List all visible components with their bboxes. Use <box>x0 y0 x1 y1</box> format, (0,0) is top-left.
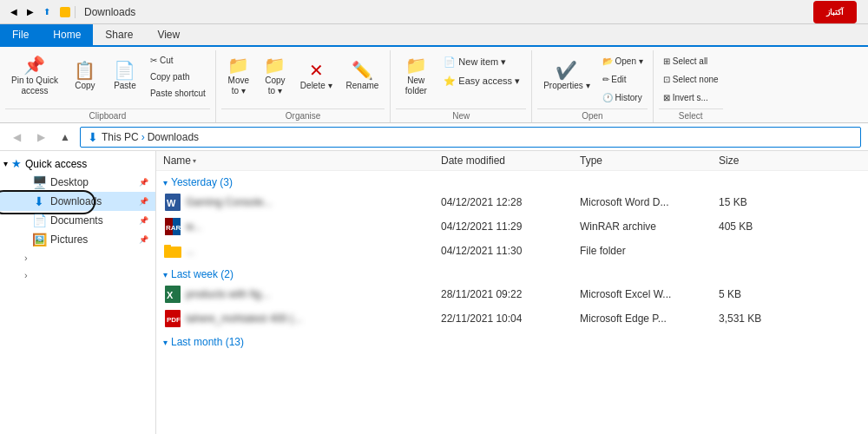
properties-icon: ✔️ <box>556 62 577 79</box>
copy-button[interactable]: 📋 Copy <box>66 50 104 102</box>
quick-access-heading[interactable]: ▾ ★ Quick access <box>0 155 155 173</box>
new-folder-icon: 📁 <box>405 56 427 74</box>
easy-access-button[interactable]: ⭐ Easy access ▾ <box>437 73 526 89</box>
paste-shortcut-button[interactable]: Paste shortcut <box>146 85 210 101</box>
file-type-1: Microsoft Word D... <box>580 196 719 208</box>
edit-button[interactable]: ✏ Edit <box>598 72 648 87</box>
svg-rect-6 <box>164 245 171 248</box>
tab-file[interactable]: File <box>0 24 41 45</box>
copy-to-button[interactable]: 📁 Copyto ▾ <box>258 50 293 102</box>
col-date-header[interactable]: Date modified <box>441 155 580 167</box>
pictures-label: Pictures <box>50 233 88 246</box>
sidebar-extra-pins2: › <box>0 266 155 284</box>
sidebar-item-documents[interactable]: 📄 Documents 📌 <box>0 211 155 230</box>
file-row-2[interactable]: RAR w... 04/12/2021 11:29 WinRAR archive… <box>156 214 868 239</box>
delete-button[interactable]: ✕ Delete ▾ <box>294 50 339 102</box>
new-col: 📄 New item ▾ ⭐ Easy access ▾ <box>437 50 526 102</box>
svg-text:PDF: PDF <box>167 316 181 324</box>
tab-view[interactable]: View <box>145 24 192 45</box>
file-row-5[interactable]: PDF tahere_mohtatest 400 (... 22/11/2021… <box>156 306 868 331</box>
rename-icon: ✏️ <box>352 62 373 79</box>
sidebar-item-desktop[interactable]: 🖥️ Desktop 📌 <box>0 173 155 192</box>
title-bar-icons: ◀ ▶ ⬆ <box>7 5 77 19</box>
clipboard-group: 📌 Pin to Quickaccess 📋 Copy 📄 Paste ✂ Cu… <box>0 50 216 122</box>
new-folder-button[interactable]: 📁 Newfolder <box>396 50 436 102</box>
forward-arrow-icon[interactable]: ▶ <box>23 5 37 19</box>
address-path[interactable]: ⬇ This PC › Downloads <box>80 127 861 148</box>
select-none-icon: ⊡ <box>663 75 670 84</box>
tab-home[interactable]: Home <box>41 24 93 45</box>
file-name-5: tahere_mohtatest 400 (... <box>186 312 441 325</box>
invert-selection-button[interactable]: ⊠ Invert s... <box>659 90 723 105</box>
file-size-1: 15 KB <box>719 196 861 208</box>
col-date-label: Date modified <box>441 155 505 167</box>
documents-label: Documents <box>50 214 103 227</box>
lastmonth-arrow: ▾ <box>163 338 168 347</box>
group-lastmonth[interactable]: ▾ Last month (13) <box>156 331 868 350</box>
pictures-pin: 📌 <box>139 235 148 244</box>
col-name-header[interactable]: Name ▾ <box>163 155 441 167</box>
move-to-button[interactable]: 📁 Moveto ▾ <box>221 50 256 102</box>
back-arrow-icon[interactable]: ◀ <box>7 5 21 19</box>
new-item-button[interactable]: 📄 New item ▾ <box>437 54 526 69</box>
file-row-3[interactable]: ... 04/12/2021 11:30 File folder <box>156 239 868 263</box>
col-type-header[interactable]: Type <box>580 155 719 167</box>
file-type-3: File folder <box>580 245 719 257</box>
file-list: Name ▾ Date modified Type Size ▾ Yesterd… <box>156 151 868 434</box>
invert-selection-icon: ⊠ <box>663 93 670 102</box>
delete-icon: ✕ <box>309 62 324 79</box>
lastweek-label: Last week (2) <box>171 268 233 280</box>
file-date-2: 04/12/2021 11:29 <box>441 220 580 233</box>
new-item-icon: 📄 <box>444 56 456 68</box>
paste-shortcut-label: Paste shortcut <box>150 89 206 98</box>
svg-text:W: W <box>167 198 176 208</box>
pin-to-quick-access-button[interactable]: 📌 Pin to Quickaccess <box>5 50 64 102</box>
rename-button[interactable]: ✏️ Rename <box>340 50 385 102</box>
select-content: ⊞ Select all ⊡ Select none ⊠ Invert s... <box>659 50 723 108</box>
group-lastweek[interactable]: ▾ Last week (2) <box>156 263 868 282</box>
documents-pin: 📌 <box>139 216 148 225</box>
tab-share[interactable]: Share <box>93 24 145 45</box>
sidebar-item-downloads[interactable]: ⬇ Downloads 📌 <box>0 192 155 211</box>
group-yesterday[interactable]: ▾ Yesterday (3) <box>156 171 868 190</box>
sidebar-item-pictures[interactable]: 🖼️ Pictures 📌 <box>0 230 155 249</box>
path-separator: › <box>141 131 145 143</box>
yesterday-arrow: ▾ <box>163 178 168 187</box>
back-button[interactable]: ◀ <box>7 128 26 147</box>
forward-button[interactable]: ▶ <box>31 128 50 147</box>
address-bar: ◀ ▶ ▲ ⬇ This PC › Downloads <box>0 123 868 151</box>
cut-label: Cut <box>160 56 174 65</box>
select-all-button[interactable]: ⊞ Select all <box>659 54 723 69</box>
file-type-5: Microsoft Edge P... <box>580 312 719 325</box>
documents-icon: 📄 <box>31 214 47 227</box>
select-none-button[interactable]: ⊡ Select none <box>659 72 723 87</box>
file-size-4: 5 KB <box>719 288 861 300</box>
path-thispc[interactable]: This PC <box>102 131 139 143</box>
arrow-right-1: › <box>24 253 28 263</box>
file-row-4[interactable]: X products with fig... 28/11/2021 09:22 … <box>156 282 868 306</box>
quick-access-label: Quick access <box>25 158 87 170</box>
file-name-1: Gaming Console... <box>186 196 441 208</box>
up-icon[interactable]: ⬆ <box>40 5 54 19</box>
paste-label: Paste <box>114 81 136 91</box>
cut-button[interactable]: ✂ Cut <box>146 52 210 68</box>
file-row-1[interactable]: W Gaming Console... 04/12/2021 12:28 Mic… <box>156 190 868 214</box>
pin-label: Pin to Quickaccess <box>11 76 58 96</box>
history-icon: 🕐 <box>602 93 613 102</box>
yesterday-label: Yesterday (3) <box>171 176 233 188</box>
winrar-icon-1: RAR <box>163 217 182 236</box>
path-downloads[interactable]: Downloads <box>148 131 199 143</box>
col-size-header[interactable]: Size <box>719 155 861 167</box>
select-all-icon: ⊞ <box>663 56 670 66</box>
copy-path-button[interactable]: Copy path <box>146 69 210 84</box>
lastmonth-label: Last month (13) <box>171 336 244 348</box>
open-button[interactable]: 📂 Open ▾ <box>598 54 648 69</box>
properties-button[interactable]: ✔️ Properties ▾ <box>537 50 595 102</box>
paste-button[interactable]: 📄 Paste <box>106 50 144 102</box>
up-button[interactable]: ▲ <box>56 128 75 147</box>
folder-icon <box>60 7 70 17</box>
desktop-pin: 📌 <box>139 178 148 187</box>
word-icon-1: W <box>163 193 182 212</box>
file-name-2: w... <box>186 220 441 233</box>
history-button[interactable]: 🕐 History <box>598 90 648 105</box>
